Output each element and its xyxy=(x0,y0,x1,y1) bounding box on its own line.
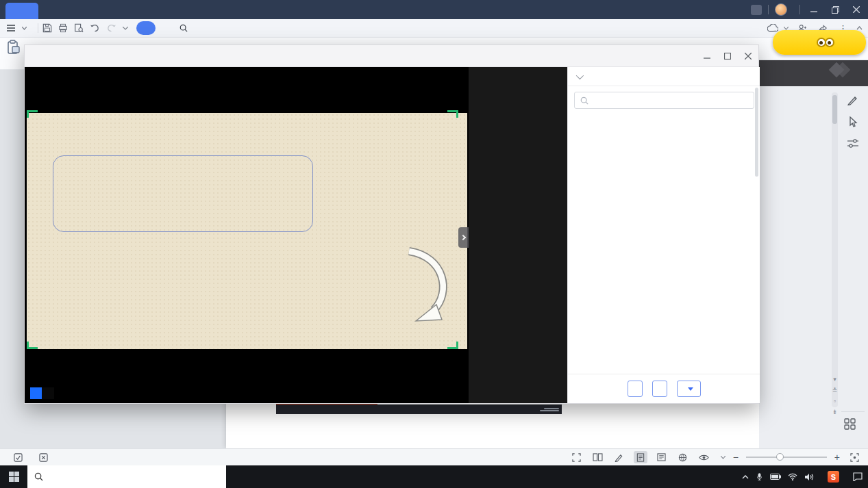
member-search-input[interactable] xyxy=(593,96,736,105)
wps-status-bar: − + xyxy=(0,448,868,465)
chevron-down-icon xyxy=(22,27,27,30)
caret-down-icon xyxy=(688,387,693,391)
workspace-grid-icon[interactable] xyxy=(844,418,856,430)
tray-expand-icon[interactable] xyxy=(742,475,749,479)
cursor-tool-icon[interactable] xyxy=(845,114,860,129)
outline-view-icon[interactable] xyxy=(655,451,669,463)
file-menu[interactable] xyxy=(0,25,34,31)
chevron-down-icon xyxy=(784,27,789,30)
ink-pen-tool-icon[interactable] xyxy=(845,92,860,107)
wifi-icon[interactable] xyxy=(788,473,797,480)
member-list xyxy=(568,115,760,374)
person-badge-icon xyxy=(30,387,42,399)
redo-icon[interactable] xyxy=(106,24,116,32)
taskbar-search[interactable] xyxy=(27,465,226,488)
next-page-icon[interactable]: ⇟ xyxy=(830,407,839,416)
doc-proof-icon xyxy=(39,453,48,462)
member-list-scrollbar[interactable] xyxy=(755,88,758,177)
chevron-down-icon xyxy=(721,456,726,459)
video-thumbnail-strip xyxy=(469,67,567,403)
shared-screen-area xyxy=(25,67,469,403)
wps-restore-button[interactable] xyxy=(828,3,843,16)
presentation-slide xyxy=(27,113,467,349)
tab-home[interactable] xyxy=(5,3,38,19)
unmute-all-button[interactable] xyxy=(652,381,667,397)
share-region-corner xyxy=(447,110,458,118)
settings-sliders-icon[interactable] xyxy=(845,136,860,151)
more-button[interactable] xyxy=(677,381,701,397)
battery-icon[interactable] xyxy=(770,474,781,480)
zoom-in-button[interactable]: + xyxy=(834,452,840,463)
print-preview-icon[interactable] xyxy=(74,23,84,33)
start-button[interactable] xyxy=(0,465,27,488)
meeting-title-bar[interactable] xyxy=(25,45,758,67)
wps-tab-bar xyxy=(0,0,868,19)
message-count-badge[interactable] xyxy=(751,5,762,15)
document-scrollbar[interactable] xyxy=(832,92,838,407)
zoom-out-button[interactable]: − xyxy=(733,452,739,463)
new-tab-button[interactable] xyxy=(49,3,58,19)
eye-protect-icon[interactable] xyxy=(697,451,711,463)
video-panel-expander[interactable] xyxy=(458,227,469,248)
spellcheck-icon xyxy=(14,453,23,462)
tab-start[interactable] xyxy=(136,21,156,35)
meeting-close-button[interactable] xyxy=(738,45,758,66)
fullscreen-icon[interactable] xyxy=(570,451,584,463)
account-avatar[interactable] xyxy=(775,3,787,16)
hamburger-icon xyxy=(7,25,15,31)
taskbar-search-input[interactable] xyxy=(49,472,206,482)
search-icon xyxy=(580,97,588,105)
zoom-level[interactable] xyxy=(719,456,726,459)
collapse-ribbon-icon[interactable] xyxy=(856,26,863,30)
microphone-tray-icon[interactable] xyxy=(756,472,763,482)
paste-button[interactable] xyxy=(3,40,24,68)
member-panel-footer xyxy=(568,374,760,403)
divider xyxy=(38,23,38,33)
undo-icon[interactable] xyxy=(90,24,100,32)
curved-arrow-icon xyxy=(405,247,460,328)
sogou-ime-popup[interactable] xyxy=(773,30,866,55)
search-icon xyxy=(34,472,43,481)
more-commands-icon[interactable] xyxy=(123,27,128,30)
select-browse-object-icon[interactable]: ▫ xyxy=(830,396,839,405)
search-icon xyxy=(179,24,188,32)
scroll-down-icon[interactable]: ▾ xyxy=(830,374,839,383)
wps-ribbon: ⋮ xyxy=(0,19,868,38)
divider xyxy=(841,411,865,412)
find-button[interactable] xyxy=(179,24,190,32)
save-icon[interactable] xyxy=(42,23,52,33)
embedded-screenshot-taskbar xyxy=(276,404,562,414)
collapse-panel-icon[interactable] xyxy=(576,71,584,79)
spell-check-button[interactable] xyxy=(7,453,32,462)
share-region-corner xyxy=(447,342,458,349)
cloud-icon xyxy=(767,24,778,32)
page-view-icon[interactable] xyxy=(634,451,647,463)
wps-right-panel: ▾ ≛ ▫ ⇟ xyxy=(759,38,868,448)
sogou-tray-icon[interactable]: S xyxy=(828,471,839,483)
mute-all-button[interactable] xyxy=(628,381,643,397)
meeting-minimize-button[interactable] xyxy=(697,45,717,66)
member-panel xyxy=(567,67,760,403)
action-center-icon[interactable] xyxy=(853,472,863,481)
windows-logo-icon xyxy=(9,472,19,482)
ink-mode-icon[interactable] xyxy=(612,451,626,463)
tencent-meeting-window xyxy=(24,44,759,404)
volume-icon[interactable] xyxy=(804,473,814,481)
print-icon[interactable] xyxy=(58,23,68,33)
wps-minimize-button[interactable] xyxy=(806,3,821,16)
fit-page-icon[interactable] xyxy=(847,451,861,463)
slide-text-box xyxy=(53,155,313,232)
windows-taskbar: S xyxy=(0,465,868,488)
previous-page-icon[interactable]: ≛ xyxy=(830,385,839,394)
two-page-view-icon[interactable] xyxy=(591,451,605,463)
wps-close-button[interactable] xyxy=(849,3,864,16)
zoom-slider-knob[interactable] xyxy=(776,453,784,461)
divider xyxy=(799,5,800,14)
doc-proof-button[interactable] xyxy=(32,453,58,462)
web-layout-icon[interactable] xyxy=(676,451,690,463)
meeting-maximize-button[interactable] xyxy=(717,45,738,66)
member-search-box[interactable] xyxy=(574,92,754,109)
speaking-now-bar xyxy=(759,60,868,86)
share-source-label xyxy=(30,387,54,399)
zoom-slider[interactable] xyxy=(746,457,827,458)
